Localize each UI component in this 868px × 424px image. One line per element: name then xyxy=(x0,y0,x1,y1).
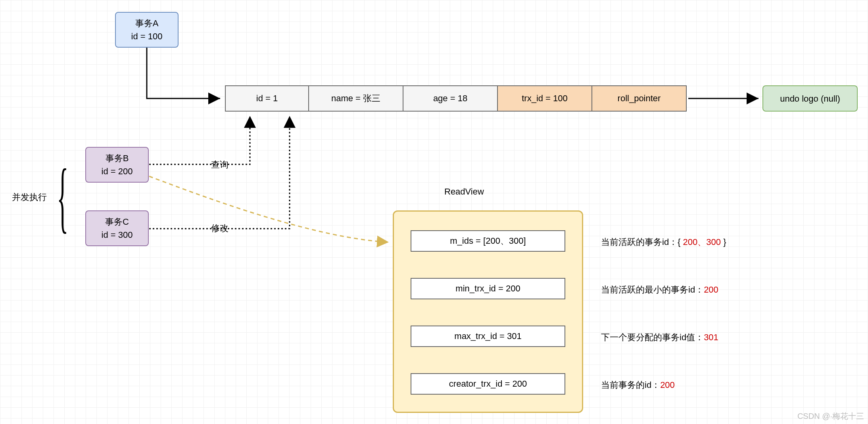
transaction-b-title: 事务B xyxy=(106,152,129,165)
watermark: CSDN @·梅花十三 xyxy=(797,411,864,422)
concurrent-label: 并发执行 xyxy=(12,191,47,203)
record-row: id = 1 name = 张三 age = 18 trx_id = 100 r… xyxy=(225,85,687,112)
readview-m-ids: m_ids = [200、300] xyxy=(411,230,565,252)
cell-age: age = 18 xyxy=(403,85,498,112)
annot-max: 下一个要分配的事务id值：301 xyxy=(601,331,718,343)
cell-trx-id: trx_id = 100 xyxy=(497,85,592,112)
query-label: 查询 xyxy=(209,159,230,171)
readview-min-trx-id: min_trx_id = 200 xyxy=(411,278,565,299)
modify-label: 修改 xyxy=(209,222,230,234)
transaction-b-box: 事务B id = 200 xyxy=(85,147,149,183)
transaction-c-id: id = 300 xyxy=(102,228,133,241)
annot-creator: 当前事务的id：200 xyxy=(601,379,675,391)
transaction-b-id: id = 200 xyxy=(102,165,133,178)
undo-label: undo logo (null) xyxy=(780,92,840,105)
undo-box: undo logo (null) xyxy=(762,85,858,112)
cell-id: id = 1 xyxy=(225,85,309,112)
transaction-c-box: 事务C id = 300 xyxy=(85,210,149,246)
annot-min: 当前活跃的最小的事务id：200 xyxy=(601,284,718,296)
transaction-a-box: 事务A id = 100 xyxy=(115,12,179,48)
readview-title: ReadView xyxy=(444,187,484,197)
transaction-c-title: 事务C xyxy=(105,215,129,228)
cell-roll-pointer: roll_pointer xyxy=(591,85,687,112)
transaction-a-id: id = 100 xyxy=(131,30,163,43)
diagram-canvas: 事务A id = 100 事务B id = 200 事务C id = 300 并… xyxy=(0,0,868,424)
readview-max-trx-id: max_trx_id = 301 xyxy=(411,326,565,347)
annot-m-ids: 当前活跃的事务id：{ 200、300 } xyxy=(601,236,726,248)
cell-name: name = 张三 xyxy=(308,85,403,112)
readview-creator-trx-id: creator_trx_id = 200 xyxy=(411,373,565,395)
brace-icon: { xyxy=(57,157,69,236)
transaction-a-title: 事务A xyxy=(135,17,159,30)
